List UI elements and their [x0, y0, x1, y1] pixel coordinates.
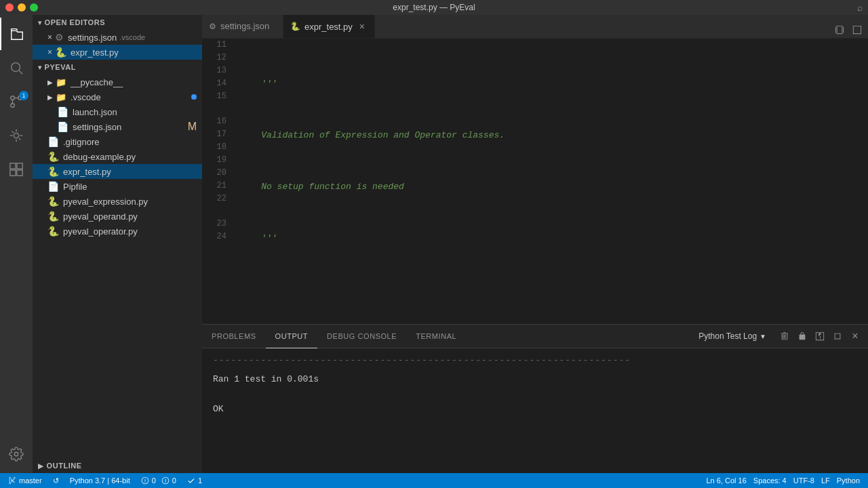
panel-tabs: PROBLEMS OUTPUT DEBUG CONSOLE TERMINAL [202, 325, 868, 348]
file-launch-json[interactable]: 📄 launch.json [33, 104, 202, 119]
activity-debug[interactable] [0, 119, 33, 152]
maximize-button[interactable] [30, 3, 38, 12]
close-icon[interactable]: × [47, 47, 52, 57]
line-col[interactable]: Ln 6, Col 16 [703, 473, 749, 488]
output-channel-dropdown[interactable]: Python Test Log ▼ [693, 331, 772, 341]
file-settings-json[interactable]: 📄 settings.json M [33, 119, 202, 134]
close-icon[interactable]: × [47, 33, 52, 42]
panel-tab-debug-console[interactable]: DEBUG CONSOLE [317, 325, 406, 348]
close-icon: × [852, 331, 858, 342]
open-editor-settings[interactable]: × ⚙ settings.json .vscode [33, 30, 202, 45]
errors-warnings[interactable]: 0 0 [138, 473, 179, 488]
file-pyeval-expression[interactable]: 🐍 pyeval_expression.py [33, 194, 202, 209]
tab-bar: ⚙ settings.json 🐍 expr_test.py × [202, 15, 868, 39]
tab-expr-test[interactable]: 🐍 expr_test.py × [283, 15, 375, 38]
search-icon[interactable]: ⌕ [857, 2, 863, 13]
title-actions: ⌕ [857, 2, 863, 13]
tab-actions [829, 22, 868, 38]
svg-rect-12 [10, 163, 16, 169]
sidebar: ▾ OPEN EDITORS × ⚙ settings.json .vscode… [33, 15, 202, 473]
svg-line-1 [19, 70, 22, 74]
git-branch[interactable]: master [5, 473, 45, 488]
panel-content: ----------------------------------------… [202, 348, 868, 473]
svg-point-5 [14, 133, 18, 138]
line-numbers: 11 12 13 14 15 16 17 18 19 20 21 22 [202, 39, 235, 324]
activity-settings[interactable] [0, 438, 33, 470]
tab-close-icon[interactable]: × [357, 21, 368, 32]
window-title: expr_test.py — PyEval [393, 3, 475, 12]
close-button[interactable] [5, 3, 14, 12]
file-pyeval-operand[interactable]: 🐍 pyeval_operand.py [33, 209, 202, 224]
svg-point-2 [11, 104, 15, 108]
python-version[interactable]: Python 3.7 | 64-bit [67, 473, 133, 488]
output-divider: ----------------------------------------… [213, 354, 857, 367]
modified-dot: M [188, 121, 197, 132]
output-ok: OK [213, 403, 857, 416]
output-line-1: Ran 1 test in 0.001s [213, 373, 857, 386]
traffic-lights [5, 3, 38, 12]
open-editor-expr-test[interactable]: × 🐍 expr_test.py [33, 45, 202, 60]
code-line-12: Validation of Expression and Operator cl… [240, 129, 868, 142]
file-expr-test[interactable]: 🐍 expr_test.py [33, 164, 202, 179]
split-editor-button[interactable] [831, 22, 848, 38]
activity-search[interactable] [0, 52, 33, 84]
panel-tab-terminal[interactable]: TERMINAL [406, 325, 466, 348]
folder-pycache[interactable]: ▶ 📁 __pycache__ [33, 75, 202, 89]
open-in-editor-button[interactable] [812, 329, 827, 344]
status-right: Ln 6, Col 16 Spaces: 4 UTF-8 LF Python [703, 473, 863, 488]
code-editor[interactable]: 11 12 13 14 15 16 17 18 19 20 21 22 [202, 39, 868, 324]
titlebar: expr_test.py — PyEval ⌕ [0, 0, 868, 15]
file-tree: ▶ 📁 __pycache__ ▶ 📁 .vscode 📄 launch.jso… [33, 75, 202, 239]
open-editors-list: × ⚙ settings.json .vscode × 🐍 expr_test.… [33, 30, 202, 60]
encoding[interactable]: UTF-8 [791, 473, 817, 488]
folder-vscode[interactable]: ▶ 📁 .vscode [33, 89, 202, 104]
activity-bar: 1 [0, 15, 33, 473]
close-panel-button[interactable]: × [848, 329, 863, 344]
line-ending[interactable]: LF [818, 473, 833, 488]
minimize-button[interactable] [18, 3, 26, 12]
sync-button[interactable]: ↺ [50, 473, 62, 488]
maximize-panel-btn[interactable] [830, 329, 845, 344]
file-pipfile[interactable]: 📄 Pipfile [33, 179, 202, 194]
activity-source-control[interactable]: 1 [0, 85, 33, 118]
file-debug-example[interactable]: 🐍 debug-example.py [33, 149, 202, 164]
panel-tab-problems[interactable]: PROBLEMS [202, 325, 266, 348]
panel-tab-actions: Python Test Log ▼ [688, 329, 868, 344]
svg-line-8 [12, 131, 14, 134]
code-line-11: ''' [240, 77, 868, 90]
pyeval-header[interactable]: ▾ PYEVAL [33, 60, 202, 75]
svg-rect-15 [17, 170, 22, 176]
chevron-down-icon: ▼ [760, 333, 766, 340]
source-control-badge: 1 [19, 91, 28, 100]
code-line-15 [240, 283, 868, 296]
maximize-panel-button[interactable] [849, 22, 865, 38]
status-bar: master ↺ Python 3.7 | 64-bit 0 0 1 Ln 6,… [0, 473, 868, 488]
output-line-2 [213, 386, 857, 400]
test-results[interactable]: 1 [184, 473, 205, 488]
code-line-13: No setup function is needed [240, 180, 868, 193]
modified-indicator [191, 94, 197, 100]
svg-point-16 [14, 452, 18, 456]
tab-settings-json[interactable]: ⚙ settings.json [202, 15, 283, 38]
activity-extensions[interactable] [0, 153, 33, 186]
outline-header[interactable]: ▶ OUTLINE [33, 458, 202, 473]
svg-point-4 [11, 96, 15, 100]
svg-rect-14 [10, 170, 16, 176]
code-line-14: ''' [240, 232, 868, 245]
clear-output-button[interactable] [777, 329, 792, 344]
language[interactable]: Python [834, 473, 863, 488]
editor-area: ⚙ settings.json 🐍 expr_test.py × [202, 15, 868, 473]
open-editors-header[interactable]: ▾ OPEN EDITORS [33, 15, 202, 30]
panel-tab-output[interactable]: OUTPUT [266, 325, 318, 348]
file-pyeval-operator[interactable]: 🐍 pyeval_operator.py [33, 224, 202, 239]
code-lines: ''' Validation of Expression and Operato… [235, 39, 868, 324]
svg-rect-13 [17, 163, 22, 169]
spaces[interactable]: Spaces: 4 [751, 473, 789, 488]
editor-content: 11 12 13 14 15 16 17 18 19 20 21 22 [202, 39, 868, 473]
svg-point-0 [12, 63, 20, 72]
file-gitignore[interactable]: 📄 .gitignore [33, 134, 202, 149]
svg-line-9 [19, 138, 21, 140]
activity-explorer[interactable] [0, 18, 33, 50]
lock-scroll-button[interactable] [795, 329, 810, 344]
panel-area: PROBLEMS OUTPUT DEBUG CONSOLE TERMINAL [202, 324, 868, 473]
